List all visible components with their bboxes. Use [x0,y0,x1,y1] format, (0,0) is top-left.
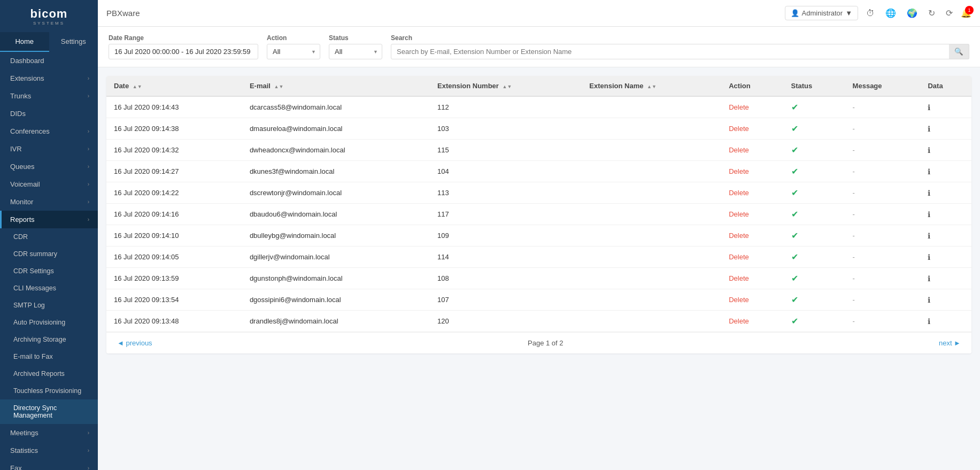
date-range-input[interactable] [109,44,258,59]
cell-data[interactable]: ℹ [920,182,971,204]
sidebar-item-auto-provisioning[interactable]: Auto Provisioning [0,314,98,331]
chevron-right-icon: › [88,199,89,205]
status-icon: ✔ [791,145,798,155]
chevron-right-icon: › [88,448,89,453]
search-wrapper: 🔍 [391,44,969,59]
sidebar-item-queues[interactable]: Queues› [0,158,98,175]
sort-extname-icon[interactable]: ▲▼ [647,84,657,89]
info-icon[interactable]: ℹ [928,125,930,133]
sidebar-item-dashboard[interactable]: Dashboard [0,52,98,70]
action-select[interactable]: All [267,44,320,59]
sidebar-item-e-mail-to-fax[interactable]: E-mail to Fax [0,348,98,365]
sidebar-item-archived-reports[interactable]: Archived Reports [0,365,98,382]
cell-email: dbaudou6@windomain.local [242,204,430,225]
delete-action[interactable]: Delete [729,146,749,154]
cell-data[interactable]: ℹ [920,246,971,268]
tab-settings[interactable]: Settings [49,32,98,52]
info-icon[interactable]: ℹ [928,253,930,261]
cell-action[interactable]: Delete [721,182,783,204]
cell-action[interactable]: Delete [721,96,783,118]
delete-action[interactable]: Delete [729,210,749,218]
cell-action[interactable]: Delete [721,204,783,225]
tab-home[interactable]: Home [0,32,49,52]
delete-action[interactable]: Delete [729,103,749,111]
sidebar-item-directory-sync-management[interactable]: Directory Sync Management [0,399,98,424]
sidebar-label: Voicemail [10,180,40,188]
cell-status: ✔ [784,225,845,246]
refresh-icon[interactable]: ↻ [925,5,938,21]
admin-button[interactable]: 👤 Administrator ▼ [785,6,858,20]
cell-data[interactable]: ℹ [920,225,971,246]
logo-sub: SYSTEMS [30,21,68,26]
globe-icon[interactable]: 🌐 [883,5,899,21]
info-icon[interactable]: ℹ [928,103,930,112]
sidebar-item-reports[interactable]: Reports› [0,211,98,228]
sidebar-item-fax[interactable]: Fax› [0,459,98,470]
sidebar-item-trunks[interactable]: Trunks› [0,87,98,105]
info-icon[interactable]: ℹ [928,210,930,219]
cell-data[interactable]: ℹ [920,161,971,182]
delete-action[interactable]: Delete [729,125,749,133]
cell-data[interactable]: ℹ [920,268,971,289]
sidebar-item-cdr-summary[interactable]: CDR summary [0,245,98,263]
delete-action[interactable]: Delete [729,189,749,197]
cell-data[interactable]: ℹ [920,118,971,140]
delete-action[interactable]: Delete [729,317,749,325]
sidebar-item-cdr-settings[interactable]: CDR Settings [0,263,98,280]
cell-action[interactable]: Delete [721,140,783,161]
cell-data[interactable]: ℹ [920,140,971,161]
info-icon[interactable]: ℹ [928,296,930,304]
cell-data[interactable]: ℹ [920,204,971,225]
globe2-icon[interactable]: 🌍 [904,5,920,21]
sidebar-item-voicemail[interactable]: Voicemail› [0,175,98,193]
sidebar-item-dids[interactable]: DIDs [0,105,98,122]
info-icon[interactable]: ℹ [928,189,930,197]
sort-date-icon[interactable]: ▲▼ [133,84,142,89]
delete-action[interactable]: Delete [729,232,749,240]
search-input[interactable] [391,44,969,59]
sidebar-item-statistics[interactable]: Statistics› [0,442,98,459]
notification-area[interactable]: 🔔 1 [961,8,971,18]
cell-data[interactable]: ℹ [920,96,971,118]
clock-icon[interactable]: ⏱ [863,6,877,21]
delete-action[interactable]: Delete [729,253,749,261]
sidebar-item-meetings[interactable]: Meetings› [0,424,98,442]
cell-action[interactable]: Delete [721,118,783,140]
cell-action[interactable]: Delete [721,225,783,246]
search-button[interactable]: 🔍 [949,44,969,59]
cell-action[interactable]: Delete [721,246,783,268]
cell-action[interactable]: Delete [721,311,783,332]
cell-data[interactable]: ℹ [920,289,971,311]
info-icon[interactable]: ℹ [928,274,930,283]
sidebar-item-touchless-provisioning[interactable]: Touchless Provisioning [0,382,98,399]
message-value: - [853,253,855,261]
delete-action[interactable]: Delete [729,274,749,282]
status-select[interactable]: All [329,44,382,59]
sidebar-item-cdr[interactable]: CDR [0,228,98,245]
info-icon[interactable]: ℹ [928,232,930,240]
cell-message: - [845,311,921,332]
sidebar-item-conferences[interactable]: Conferences› [0,122,98,140]
sidebar-item-extensions[interactable]: Extensions› [0,70,98,87]
sort-email-icon[interactable]: ▲▼ [274,84,284,89]
sidebar-item-smtp-log[interactable]: SMTP Log [0,297,98,314]
sort-extnum-icon[interactable]: ▲▼ [503,84,512,89]
next-page-button[interactable]: next ► [939,339,961,347]
table-container: Date ▲▼ E-mail ▲▼ Extension Number ▲▼ Ex… [106,76,971,353]
sidebar-item-cli-messages[interactable]: CLI Messages [0,280,98,297]
cell-action[interactable]: Delete [721,289,783,311]
reload-icon[interactable]: ⟳ [943,5,955,21]
cell-data[interactable]: ℹ [920,311,971,332]
sidebar-item-archiving-storage[interactable]: Archiving Storage [0,331,98,348]
info-icon[interactable]: ℹ [928,146,930,155]
prev-page-button[interactable]: ◄ previous [117,339,152,347]
cell-action[interactable]: Delete [721,268,783,289]
sidebar-item-monitor[interactable]: Monitor› [0,193,98,211]
cell-action[interactable]: Delete [721,161,783,182]
cell-status: ✔ [784,140,845,161]
delete-action[interactable]: Delete [729,167,749,175]
sidebar-item-ivr[interactable]: IVR› [0,140,98,158]
delete-action[interactable]: Delete [729,296,749,304]
info-icon[interactable]: ℹ [928,167,930,176]
info-icon[interactable]: ℹ [928,317,930,326]
